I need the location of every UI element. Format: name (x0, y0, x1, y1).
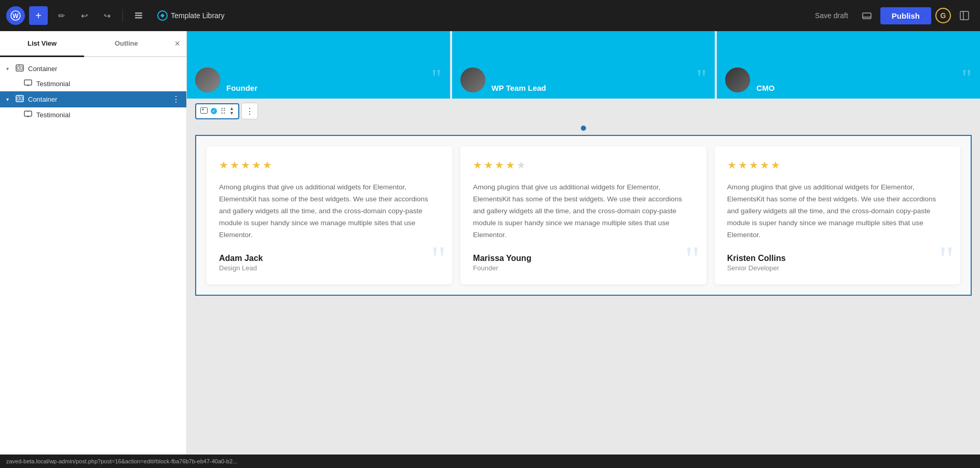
svg-rect-6 (863, 13, 871, 19)
tree-item-container-2[interactable]: ▾ Container ⋮ (0, 91, 186, 107)
avatar-1 (195, 67, 220, 92)
svg-rect-8 (960, 11, 969, 20)
person-card-1: Founder " (187, 31, 450, 99)
person-info-1: Founder (226, 84, 257, 92)
star-4: ★ (506, 159, 515, 171)
testimonial-card-2: ★ ★ ★ ★ ★ Among plugins that give us add… (460, 146, 706, 284)
stars-2: ★ ★ ★ ★ ★ (473, 159, 693, 171)
content-area[interactable]: Founder " WP Team Lead " (187, 31, 980, 468)
star-3: ★ (241, 159, 250, 171)
stars-1: ★ ★ ★ ★ ★ (219, 159, 440, 171)
star-2: ★ (738, 159, 747, 171)
container-icon (16, 95, 24, 104)
person-role-1: Founder (226, 84, 257, 92)
svg-rect-17 (17, 97, 19, 100)
star-1: ★ (219, 159, 228, 171)
widget-badge: ✓ (211, 108, 217, 114)
testimonial-icon (24, 111, 32, 119)
testimonial-role-1: Design Lead (219, 264, 440, 272)
top-cards-row: Founder " WP Team Lead " (187, 31, 980, 99)
avatar-2 (460, 67, 485, 92)
tree-label: Container (28, 95, 57, 103)
star-2: ★ (230, 159, 239, 171)
publish-button[interactable]: Publish (880, 7, 931, 24)
testimonial-section: ★ ★ ★ ★ ★ Among plugins that give us add… (195, 135, 972, 296)
svg-rect-23 (201, 107, 208, 113)
star-2: ★ (484, 159, 493, 171)
person-info-3: CMO (756, 84, 774, 92)
main-layout: List View Outline × ▾ Container (0, 31, 980, 468)
testimonial-author-2: Marissa Young (473, 254, 693, 263)
person-card-3: CMO " (715, 31, 980, 99)
toolbar-more-button[interactable]: ⋮ (241, 103, 258, 119)
quote-mark-3: " (961, 64, 972, 92)
testimonial-card-3: ★ ★ ★ ★ ★ Among plugins that give us add… (715, 146, 960, 284)
svg-rect-12 (20, 66, 22, 70)
edit-icon-button[interactable]: ✏ (52, 6, 71, 25)
quote-bg-1: " (431, 241, 446, 278)
tree-item-testimonial-1[interactable]: Testimonial (0, 76, 186, 91)
tab-list-view[interactable]: List View (0, 31, 84, 57)
svg-rect-18 (20, 97, 22, 100)
quote-mark-2: " (697, 64, 707, 92)
panel-toggle-button[interactable] (955, 6, 974, 25)
g-update-icon[interactable]: G (935, 8, 951, 23)
svg-point-21 (28, 116, 29, 117)
redo-button[interactable]: ↪ (98, 6, 116, 25)
topbar-right: Save draft Publish G (810, 6, 974, 25)
toolbar-widget[interactable]: ✓ ⠿ ▲ ▼ (195, 103, 239, 119)
list-view-button[interactable] (129, 6, 148, 25)
template-library-button[interactable]: Template Library (152, 7, 230, 24)
svg-point-22 (28, 111, 29, 112)
svg-rect-4 (135, 17, 142, 19)
sidebar-close-button[interactable]: × (169, 31, 187, 56)
chevron-icon: ▾ (6, 97, 12, 102)
person-card-2: WP Team Lead " (450, 31, 715, 99)
star-3: ★ (495, 159, 504, 171)
sidebar-header: List View Outline × (0, 31, 186, 57)
star-5: ★ (771, 159, 780, 171)
item-menu-icon[interactable]: ⋮ (172, 94, 180, 104)
testimonial-text-2: Among plugins that give us additional wi… (473, 182, 693, 241)
svg-rect-2 (135, 12, 142, 14)
status-url: zaved-beta.local/wp-admin/post.php?post=… (6, 458, 237, 464)
topbar-separator (122, 9, 123, 22)
tree-item-testimonial-2[interactable]: Testimonial (0, 107, 186, 122)
save-draft-button[interactable]: Save draft (810, 8, 853, 23)
active-dot (581, 126, 586, 131)
container-icon (16, 64, 24, 73)
avatar-3 (725, 67, 750, 92)
undo-button[interactable]: ↩ (75, 6, 93, 25)
up-down-controls[interactable]: ▲ ▼ (229, 106, 234, 116)
testimonial-author-3: Kristen Collins (727, 254, 948, 263)
star-1: ★ (727, 159, 737, 171)
tree-label: Testimonial (36, 111, 70, 119)
star-5: ★ (263, 159, 272, 171)
quote-bg-3: " (939, 241, 954, 278)
quote-bg-2: " (685, 241, 700, 278)
svg-rect-3 (135, 15, 142, 17)
svg-point-24 (202, 108, 204, 110)
star-1: ★ (473, 159, 482, 171)
tree-item-container-1[interactable]: ▾ Container (0, 61, 186, 76)
grid-icon: ⠿ (220, 106, 226, 116)
person-role-3: CMO (756, 84, 774, 92)
widget-icon (200, 107, 208, 115)
tab-outline[interactable]: Outline (84, 31, 168, 57)
canvas: Founder " WP Team Lead " (187, 31, 980, 296)
wp-logo-icon[interactable]: W (6, 6, 25, 25)
toolbar-row: ✓ ⠿ ▲ ▼ ⋮ (187, 99, 980, 123)
status-bar: zaved-beta.local/wp-admin/post.php?post=… (0, 455, 980, 468)
svg-point-13 (19, 65, 20, 66)
star-3: ★ (749, 159, 758, 171)
star-4: ★ (760, 159, 769, 171)
topbar: W + ✏ ↩ ↪ Template Library Save draft Pu… (0, 0, 980, 31)
add-element-button[interactable]: + (29, 6, 48, 25)
star-5-empty: ★ (516, 159, 526, 171)
testimonial-text-1: Among plugins that give us additional wi… (219, 182, 440, 241)
testimonial-role-2: Founder (473, 264, 693, 272)
template-library-label: Template Library (171, 11, 225, 20)
chevron-icon: ▾ (6, 66, 12, 72)
responsive-preview-button[interactable] (857, 6, 876, 25)
svg-rect-11 (17, 66, 19, 70)
